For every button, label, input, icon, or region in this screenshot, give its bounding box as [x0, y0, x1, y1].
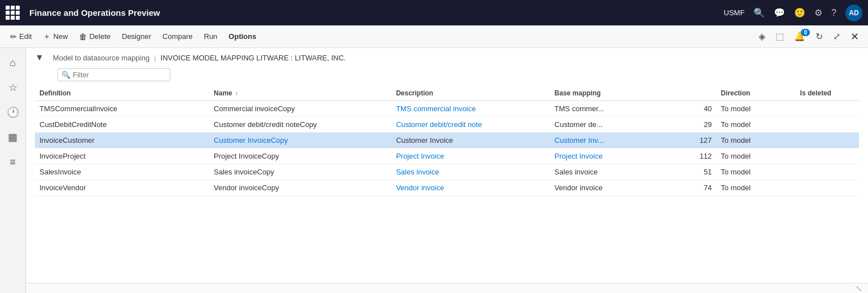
cell-name[interactable]: Sales invoiceCopy: [209, 164, 391, 180]
cell-definition: InvoiceProject: [35, 148, 209, 164]
sidebar-item-recent[interactable]: 🕐: [3, 102, 23, 123]
run-button[interactable]: Run: [200, 30, 222, 43]
filter-search-box[interactable]: 🔍: [58, 68, 170, 81]
help-icon[interactable]: ?: [831, 8, 836, 18]
delete-icon: 🗑: [79, 32, 87, 41]
table-row[interactable]: CustDebitCreditNoteCustomer debit/credit…: [35, 117, 859, 133]
cell-name[interactable]: Customer InvoiceCopy: [209, 133, 391, 148]
app-grid-icon[interactable]: [6, 6, 20, 20]
cell-name[interactable]: Customer debit/credit noteCopy: [209, 117, 391, 133]
cell-definition: TMSCommercialInvoice: [35, 101, 209, 117]
cell-is-deleted: [796, 180, 859, 196]
notification-badge: 0: [801, 29, 810, 36]
table-row[interactable]: InvoiceProjectProject InvoiceCopyProject…: [35, 148, 859, 164]
cell-definition: CustDebitCreditNote: [35, 117, 209, 133]
sidebar-item-favorites[interactable]: ☆: [3, 77, 23, 98]
edit-button[interactable]: ✏ Edit: [6, 30, 36, 43]
breadcrumb-area: ▼ Model to datasource mapping | INVOICE …: [26, 48, 868, 66]
cell-direction: To model: [716, 101, 795, 117]
breadcrumb-current: INVOICE MODEL MAPPING LITWARE : LITWARE,…: [161, 54, 346, 62]
sidebar: ⌂ ☆ 🕐 ▦ ≡: [0, 48, 26, 293]
sidebar-item-home[interactable]: ⌂: [3, 53, 23, 73]
cell-name[interactable]: Commercial invoiceCopy: [209, 101, 391, 117]
edit-icon: ✏: [10, 32, 17, 41]
table-row[interactable]: InvoiceVendorVendor invoiceCopyVendor in…: [35, 180, 859, 196]
cell-direction: To model: [716, 180, 795, 196]
new-button[interactable]: ＋ New: [38, 29, 72, 44]
table-body: TMSCommercialInvoiceCommercial invoiceCo…: [35, 101, 859, 196]
new-icon: ＋: [43, 32, 51, 42]
diamond-icon[interactable]: ◈: [755, 29, 769, 44]
resize-icon[interactable]: ⤡: [856, 284, 862, 293]
chat-icon[interactable]: 💬: [774, 7, 785, 18]
sidebar-item-calendar[interactable]: ▦: [3, 127, 23, 147]
toolbar-right: ◈ ⬚ 🔔 0 ↻ ⤢ ✕: [755, 28, 862, 45]
panel-icon[interactable]: ⬚: [772, 29, 787, 44]
delete-button[interactable]: 🗑 Delete: [74, 30, 115, 43]
expand-icon[interactable]: ⤢: [830, 29, 844, 44]
data-table: Definition Name ↑ Description Base mappi…: [35, 86, 859, 196]
cell-name[interactable]: Project InvoiceCopy: [209, 148, 391, 164]
bottom-bar: ⤡: [26, 283, 868, 293]
cell-description: TMS commercial invoice: [391, 101, 550, 117]
app-title: Finance and Operations Preview: [26, 8, 718, 18]
cell-num: 51: [677, 164, 716, 180]
col-header-name[interactable]: Name ↑: [209, 86, 391, 101]
sidebar-item-list[interactable]: ≡: [3, 152, 23, 172]
sort-asc-icon: ↑: [235, 90, 238, 97]
search-icon[interactable]: 🔍: [754, 7, 765, 18]
cell-is-deleted: [796, 164, 859, 180]
cell-direction: To model: [716, 117, 795, 133]
cell-base-mapping: Sales invoice: [550, 164, 677, 180]
table-row[interactable]: TMSCommercialInvoiceCommercial invoiceCo…: [35, 101, 859, 117]
toolbar: ✏ Edit ＋ New 🗑 Delete Designer Compare R…: [0, 25, 868, 48]
cell-description: Customer Invoice: [391, 133, 550, 148]
cell-num: 127: [677, 133, 716, 148]
content-area: ▼ Model to datasource mapping | INVOICE …: [26, 48, 868, 293]
designer-button[interactable]: Designer: [117, 30, 156, 43]
filter-icon[interactable]: ▼: [35, 53, 44, 63]
cell-description: Project Invoice: [391, 148, 550, 164]
cell-name[interactable]: Vendor invoiceCopy: [209, 180, 391, 196]
breadcrumb-separator: |: [154, 54, 156, 62]
compare-button[interactable]: Compare: [158, 30, 197, 43]
cell-is-deleted: [796, 133, 859, 148]
cell-base-mapping: Customer de...: [550, 117, 677, 133]
col-header-direction[interactable]: Direction: [716, 86, 795, 101]
cell-num: 29: [677, 117, 716, 133]
cell-base-mapping: Project Invoice: [550, 148, 677, 164]
cell-base-mapping: Vendor invoice: [550, 180, 677, 196]
cell-definition: InvoiceVendor: [35, 180, 209, 196]
cell-is-deleted: [796, 117, 859, 133]
smiley-icon[interactable]: 🙂: [794, 7, 805, 18]
table-row[interactable]: InvoiceCustomerCustomer InvoiceCopyCusto…: [35, 133, 859, 148]
col-header-is-deleted[interactable]: Is deleted: [796, 86, 859, 101]
cell-direction: To model: [716, 164, 795, 180]
col-header-base-mapping[interactable]: Base mapping: [550, 86, 677, 101]
settings-icon[interactable]: ⚙: [814, 7, 822, 18]
refresh-icon[interactable]: ↻: [812, 29, 826, 44]
table-header-row: Definition Name ↑ Description Base mappi…: [35, 86, 859, 101]
options-button[interactable]: Options: [224, 30, 261, 43]
close-button[interactable]: ✕: [847, 28, 862, 45]
cell-definition: SalesInvoice: [35, 164, 209, 180]
cell-base-mapping: TMS commer...: [550, 101, 677, 117]
breadcrumb-parent[interactable]: Model to datasource mapping: [53, 54, 149, 62]
col-header-description[interactable]: Description: [391, 86, 550, 101]
cell-num: 112: [677, 148, 716, 164]
top-bar: Finance and Operations Preview USMF 🔍 💬 …: [0, 0, 868, 25]
badge-container[interactable]: 🔔 0: [791, 29, 809, 44]
user-avatar[interactable]: AD: [845, 5, 862, 21]
filter-input[interactable]: [73, 71, 166, 79]
col-header-num: [677, 86, 716, 101]
top-bar-right: USMF 🔍 💬 🙂 ⚙ ? AD: [724, 5, 862, 21]
cell-num: 40: [677, 101, 716, 117]
col-header-definition[interactable]: Definition: [35, 86, 209, 101]
search-area: 🔍: [26, 66, 868, 86]
table-row[interactable]: SalesInvoiceSales invoiceCopySales invoi…: [35, 164, 859, 180]
main-layout: ⌂ ☆ 🕐 ▦ ≡ ▼ Model to datasource mapping …: [0, 48, 868, 293]
cell-direction: To model: [716, 133, 795, 148]
cell-description: Customer debit/credit note: [391, 117, 550, 133]
cell-description: Sales invoice: [391, 164, 550, 180]
company-selector[interactable]: USMF: [724, 8, 744, 17]
